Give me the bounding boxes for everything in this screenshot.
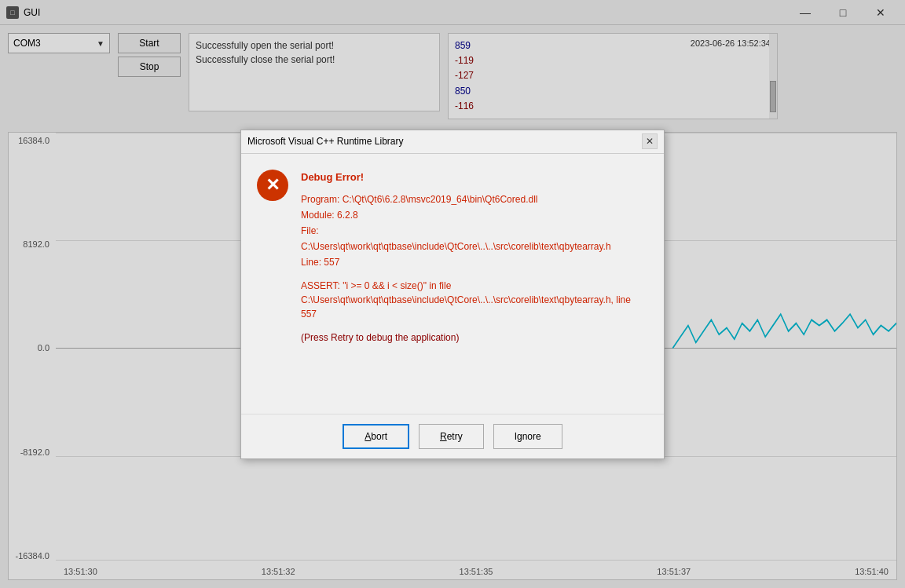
module-line: Module: 6.2.8 <box>301 208 648 222</box>
abort-button[interactable]: Abort <box>343 424 409 449</box>
line-info: Line: 557 <box>301 255 648 269</box>
debug-title: Debug Error! <box>301 170 648 185</box>
dialog-title-bar: Microsoft Visual C++ Runtime Library ✕ <box>241 130 664 154</box>
program-line: Program: C:\Qt\Qt6\6.2.8\msvc2019_64\bin… <box>301 192 648 206</box>
assert-text: ASSERT: "i >= 0 && i < size()" in file C… <box>301 279 648 321</box>
dialog-footer: Abort Retry Ignore <box>241 414 664 458</box>
retry-label: Retry <box>440 431 463 442</box>
modal-overlay: Microsoft Visual C++ Runtime Library ✕ ✕… <box>0 0 905 588</box>
dialog-body: ✕ Debug Error! Program: C:\Qt\Qt6\6.2.8\… <box>241 154 664 414</box>
dialog-title: Microsoft Visual C++ Runtime Library <box>247 136 642 147</box>
dialog-close-button[interactable]: ✕ <box>642 133 658 149</box>
hint-text: (Press Retry to debug the application) <box>301 331 648 345</box>
file-label: File: <box>301 224 648 238</box>
error-x-icon: ✕ <box>266 175 280 195</box>
file-path: C:\Users\qt\work\qt\qtbase\include\QtCor… <box>301 239 648 254</box>
error-dialog: Microsoft Visual C++ Runtime Library ✕ ✕… <box>240 130 665 459</box>
ignore-button[interactable]: Ignore <box>493 424 562 449</box>
retry-button[interactable]: Retry <box>419 424 484 449</box>
dialog-icon-area: ✕ <box>257 170 288 406</box>
abort-label: Abort <box>365 431 387 442</box>
ignore-label: Ignore <box>515 431 541 442</box>
dialog-text-area: Debug Error! Program: C:\Qt\Qt6\6.2.8\ms… <box>301 170 648 406</box>
error-icon: ✕ <box>257 170 288 201</box>
